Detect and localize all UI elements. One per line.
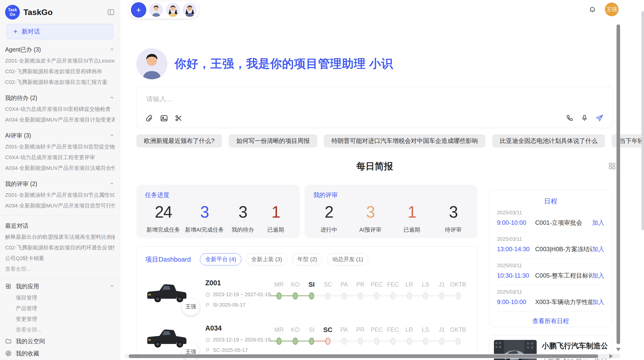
horizontal-scrollbar-track[interactable] [125, 354, 621, 358]
notification-bell-icon[interactable] [589, 6, 596, 13]
sidebar-task-item[interactable]: C02-飞腾新能源轻客改款项目立项汇报方案 [5, 77, 115, 87]
suggestion-chip[interactable]: 欧洲新规最近颁布了什么? [136, 134, 222, 147]
recent-chat-item[interactable]: C02-飞腾新能源轻客改款项目的闭环通告反馈情况 [5, 242, 115, 253]
microphone-icon[interactable] [581, 114, 589, 122]
join-link[interactable]: 加入 [592, 245, 604, 253]
suggestion-chip[interactable]: 特朗普可能对进口汽车增税会对中国车企造成哪些影响 [324, 134, 486, 147]
project-code: A034 [205, 324, 274, 332]
attachment-icon[interactable] [145, 114, 153, 122]
recent-chat-item[interactable]: 解释最新出台的欧盟报废车法规再生塑料比例被调至15%... [5, 232, 115, 242]
apps-view-all[interactable]: 查看全部... [5, 324, 115, 335]
send-icon[interactable] [595, 114, 604, 122]
milestone: LS [417, 280, 434, 299]
sidebar-task-item[interactable]: C0X4-动力总成开发项目工程变更评审 [5, 152, 115, 163]
logo-row: Task Go TaskGo [5, 4, 115, 21]
milestone: PA [336, 325, 352, 345]
milestone-node [293, 338, 298, 345]
horizontal-scrollbar-thumb[interactable] [129, 354, 598, 358]
sidebar-collapse-icon[interactable] [107, 8, 115, 16]
suggestion-chip[interactable]: 如何写一份清晰的项目周报 [229, 134, 317, 147]
stat-value: 3 [366, 203, 375, 221]
main-area: + 王强 你好，王强，我是你的项目管理助理 小识 请输入... [120, 0, 644, 360]
project-flag: SI-2025-05-17 [205, 302, 274, 308]
milestone-node [374, 292, 379, 299]
agent-avatar-1[interactable] [149, 3, 163, 17]
milestone-label: PA [336, 280, 352, 289]
project-flag-text: SI-2025-05-17 [213, 302, 245, 308]
dashboard-filter-pill[interactable]: 全新平台 (4) [200, 253, 241, 265]
timeline-segment [346, 341, 358, 341]
schedule-item: 2025/03/119:00-10:00X003-车辆动力学性能验...加入 [497, 285, 604, 311]
project-dashboard-card: 项目Dashboard 全新平台 (4)全新上装 (3)年型 (2)动总开发 (… [136, 246, 477, 360]
new-chat-button[interactable]: 新对话 [7, 24, 113, 39]
sidebar-section-header[interactable]: Agent已办 (3) [5, 44, 115, 55]
timeline-segment [314, 295, 326, 296]
my-apps-label: 我的应用 [16, 282, 105, 290]
scroll-down-arrow[interactable] [616, 348, 621, 351]
sidebar-task-item[interactable]: Z001-全新燃油轻卡产品开发项目SI节点属性5D文件评审 [5, 190, 115, 200]
agent-avatar-2[interactable] [166, 3, 180, 17]
app-item[interactable]: 项目管理 [5, 292, 115, 303]
milestone-label: FEC [385, 280, 401, 289]
milestone-node [374, 338, 379, 345]
recent-chat-item[interactable]: 公司Q3轻卡销量 [5, 253, 115, 264]
milestone: SC [320, 280, 336, 299]
project-image: 王强 [145, 279, 194, 307]
app-window: Task Go TaskGo 新对话 Agent已办 (3)Z001-全新燃油皮… [0, 0, 644, 360]
sidebar-section-header[interactable]: 我的评审 (2) [5, 178, 115, 190]
sidebar-task-item[interactable]: C0X4-动力总成开发项目SI里程碑提交物检查 [5, 104, 115, 114]
app-item[interactable]: 产品管理 [5, 303, 115, 314]
sidebar-item-favorites[interactable]: 我的收藏 [5, 347, 115, 359]
image-icon[interactable] [160, 114, 168, 122]
agent-avatar-3[interactable] [183, 3, 197, 17]
milestone: SI [303, 280, 320, 299]
sidebar-task-item[interactable]: Z001-全新燃油轻卡产品开发项目SI造型提交物评审 [5, 141, 115, 152]
milestone-node [309, 338, 314, 345]
window-scrollbar[interactable] [641, 11, 644, 230]
scroll-right-arrow[interactable] [609, 354, 613, 358]
sidebar-section-header[interactable]: AI评审 (3) [5, 130, 115, 141]
vertical-scrollbar-thumb[interactable] [617, 24, 620, 344]
sidebar-task-item[interactable]: A034-全新新能源MUV产品开发项目法规符合性评审 [5, 163, 115, 173]
timeline-segment [281, 295, 293, 296]
layout-grid-icon[interactable] [608, 162, 617, 170]
join-link[interactable]: 加入 [592, 272, 604, 280]
milestone-timeline: MRKOSISCPAPRPECFECLRLSJ1OKTB [274, 280, 469, 311]
join-link[interactable]: 加入 [592, 298, 604, 306]
milestone: KO [287, 280, 303, 299]
sidebar-task-item[interactable]: Z001-全新燃油皮卡产品开发项目SI节点Lesson Learn报告 [5, 55, 115, 66]
sidebar-task-item[interactable]: A034-全新新能源MUV产品开发项目计划变更表编写 [5, 114, 115, 125]
milestone-label: KO [287, 280, 303, 289]
dashboard-filter-pill[interactable]: 全新上装 (3) [246, 253, 287, 265]
add-agent-button[interactable]: + [131, 2, 146, 18]
milestone-node [325, 338, 330, 345]
sidebar-item-cloud-space[interactable]: 我的云空间 [5, 335, 115, 347]
logo-line2: Go [10, 12, 15, 17]
message-input[interactable]: 请输入... [136, 87, 613, 128]
user-avatar[interactable]: 王强 [605, 3, 619, 16]
app-item[interactable]: 变更管理 [5, 314, 115, 324]
sidebar-task-item[interactable]: C02-飞腾新能源轻客改款项目里程碑画布 [5, 66, 115, 77]
sidebar: Task Go TaskGo 新对话 Agent已办 (3)Z001-全新燃油皮… [0, 0, 120, 360]
view-all-schedule-link[interactable]: 查看所有日程 [497, 317, 604, 325]
sidebar-task-item[interactable]: A034-全新新能源MUV产品开发项目造型可行性评审 [5, 200, 115, 211]
stat-item: 3我的待办 [229, 203, 257, 234]
dashboard-filter-pill[interactable]: 年型 (2) [292, 253, 322, 265]
join-link[interactable]: 加入 [592, 219, 604, 227]
dashboard-filter-pill[interactable]: 动总开发 (1) [327, 253, 368, 265]
project-row[interactable]: 王强Z0012023-12-19 ~ 2027-01-19SI-2025-05-… [145, 279, 469, 311]
timeline-segment [346, 295, 358, 296]
phone-icon[interactable] [566, 114, 574, 122]
header-actions: 王强 [589, 3, 619, 16]
sidebar-section-header[interactable]: 我的待办 (2) [5, 92, 115, 104]
sidebar-item-my-apps[interactable]: 我的应用 [5, 280, 115, 292]
recent-view-all[interactable]: 查看全部... [5, 264, 115, 274]
milestone-node [276, 292, 282, 299]
project-row[interactable]: 王强A0342023-12-19 ~ 2026-01-19SC-2025-05-… [145, 324, 469, 356]
stat-label: 已逾期 [267, 226, 284, 234]
scissors-icon[interactable] [175, 114, 183, 122]
milestone: KO [287, 325, 303, 345]
suggestion-chip[interactable]: 比亚迪全固态电池计划具体说了什么 [492, 134, 605, 147]
project-dates-text: 2023-12-19 ~ 2027-01-19 [213, 292, 271, 297]
milestone-node [276, 338, 282, 345]
